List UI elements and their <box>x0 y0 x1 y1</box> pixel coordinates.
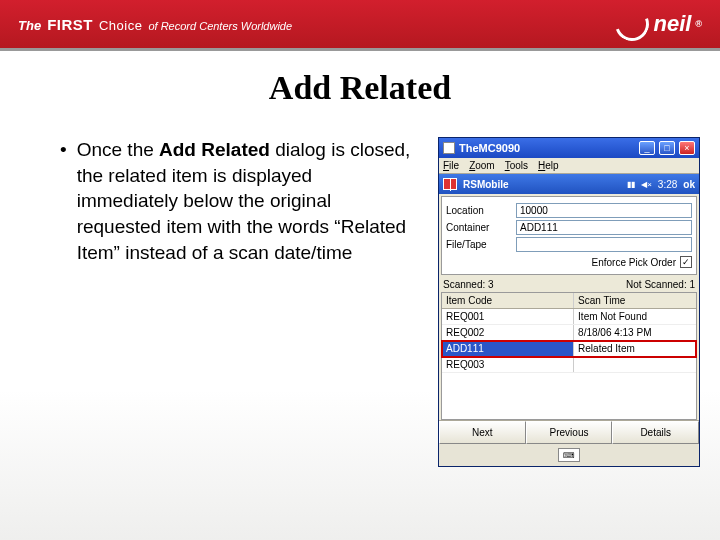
bullet-area: • Once the Add Related dialog is closed,… <box>60 137 418 467</box>
cell-scan-time: Item Not Found <box>574 309 696 324</box>
row-container: Container ADD111 <box>446 220 692 235</box>
ok-button[interactable]: ok <box>683 179 695 190</box>
enforce-checkbox[interactable]: ✓ <box>680 256 692 268</box>
brand-header: The FIRST Choice of Record Centers World… <box>0 0 720 48</box>
bullet-item: • Once the Add Related dialog is closed,… <box>60 137 418 265</box>
container-value: ADD111 <box>520 222 558 233</box>
logo-swoosh-icon <box>610 1 655 46</box>
grid-header: Item Code Scan Time <box>442 293 696 309</box>
previous-button[interactable]: Previous <box>526 421 613 444</box>
enforce-label: Enforce Pick Order <box>592 257 676 268</box>
content-row: • Once the Add Related dialog is closed,… <box>0 107 720 467</box>
bullet-dot-icon: • <box>60 137 67 265</box>
cell-scan-time: 8/18/06 4:13 PM <box>574 325 696 340</box>
app-window: TheMC9090 _ □ × File Zoom Tools Help RSM… <box>438 137 700 467</box>
brand-the: The <box>18 18 41 33</box>
cell-item-code: REQ003 <box>442 357 574 372</box>
signal-icon: ▮▮ <box>627 180 635 189</box>
grid-header-time[interactable]: Scan Time <box>574 293 696 308</box>
menubar: File Zoom Tools Help <box>439 158 699 174</box>
next-button[interactable]: Next <box>439 421 526 444</box>
menu-zoom[interactable]: Zoom <box>469 160 495 171</box>
brand-choice: Choice <box>99 18 142 33</box>
grid-empty-area <box>442 373 696 419</box>
close-button[interactable]: × <box>679 141 695 155</box>
container-field[interactable]: ADD111 <box>516 220 692 235</box>
bottom-buttons: Next Previous Details <box>439 420 699 444</box>
maximize-button[interactable]: □ <box>659 141 675 155</box>
cell-item-code: REQ002 <box>442 325 574 340</box>
window-titlebar: TheMC9090 _ □ × <box>439 138 699 158</box>
notscanned-count: Not Scanned: 1 <box>626 279 695 290</box>
app-icon <box>443 142 455 154</box>
menu-tools[interactable]: Tools <box>505 160 528 171</box>
table-row[interactable]: REQ0028/18/06 4:13 PM <box>442 325 696 341</box>
items-grid: Item Code Scan Time REQ001Item Not Found… <box>441 292 697 420</box>
menu-file[interactable]: File <box>443 160 459 171</box>
page-title: Add Related <box>0 69 720 107</box>
speaker-icon: ◀× <box>641 180 652 189</box>
location-value: 10000 <box>520 205 548 216</box>
filetape-field[interactable] <box>516 237 692 252</box>
cell-item-code: REQ001 <box>442 309 574 324</box>
row-location: Location 10000 <box>446 203 692 218</box>
menu-help[interactable]: Help <box>538 160 559 171</box>
mobile-topbar: RSMobile ▮▮ ◀× 3:28 ok <box>439 174 699 194</box>
form-panel: Location 10000 Container ADD111 File/Tap… <box>441 196 697 275</box>
minimize-button[interactable]: _ <box>639 141 655 155</box>
mobile-app-name: RSMobile <box>463 179 621 190</box>
container-label: Container <box>446 222 516 233</box>
cell-scan-time <box>574 357 696 372</box>
bullet-prefix: Once the <box>77 139 159 160</box>
clock: 3:28 <box>658 179 677 190</box>
scanned-count: Scanned: 3 <box>443 279 494 290</box>
cell-item-code: ADD111 <box>442 341 574 356</box>
registered-icon: ® <box>695 19 702 29</box>
table-row[interactable]: ADD111Related Item <box>442 341 696 357</box>
header-divider <box>0 48 720 51</box>
brand-tagline-text: of Record Centers Worldwide <box>148 20 292 32</box>
logo-text: neil <box>653 11 691 37</box>
scan-status-row: Scanned: 3 Not Scanned: 1 <box>439 277 699 292</box>
details-button[interactable]: Details <box>612 421 699 444</box>
check-icon: ✓ <box>682 257 690 267</box>
table-row[interactable]: REQ003 <box>442 357 696 373</box>
location-label: Location <box>446 205 516 216</box>
table-row[interactable]: REQ001Item Not Found <box>442 309 696 325</box>
brand-logo: neil ® <box>615 7 702 41</box>
keyboard-icon[interactable]: ⌨ <box>558 448 580 462</box>
cell-scan-time: Related Item <box>574 341 696 356</box>
sip-bar: ⌨ <box>439 444 699 466</box>
bullet-bold: Add Related <box>159 139 270 160</box>
brand-first: FIRST <box>47 16 93 33</box>
row-filetape: File/Tape <box>446 237 692 252</box>
windows-flag-icon[interactable] <box>443 178 457 190</box>
grid-header-code[interactable]: Item Code <box>442 293 574 308</box>
row-enforce: Enforce Pick Order ✓ <box>446 256 692 268</box>
window-title: TheMC9090 <box>459 142 635 154</box>
bullet-text: Once the Add Related dialog is closed, t… <box>77 137 418 265</box>
location-field[interactable]: 10000 <box>516 203 692 218</box>
filetape-label: File/Tape <box>446 239 516 250</box>
brand-tagline: The FIRST Choice of Record Centers World… <box>18 16 292 33</box>
